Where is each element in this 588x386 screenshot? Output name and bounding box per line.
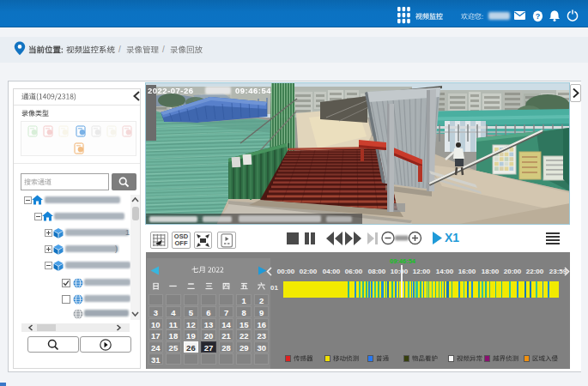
svg-text:09:46:54: 09:46:54 <box>235 86 271 95</box>
svg-text:2022-07-26: 2022-07-26 <box>148 86 194 95</box>
svg-text:?: ? <box>536 12 541 21</box>
